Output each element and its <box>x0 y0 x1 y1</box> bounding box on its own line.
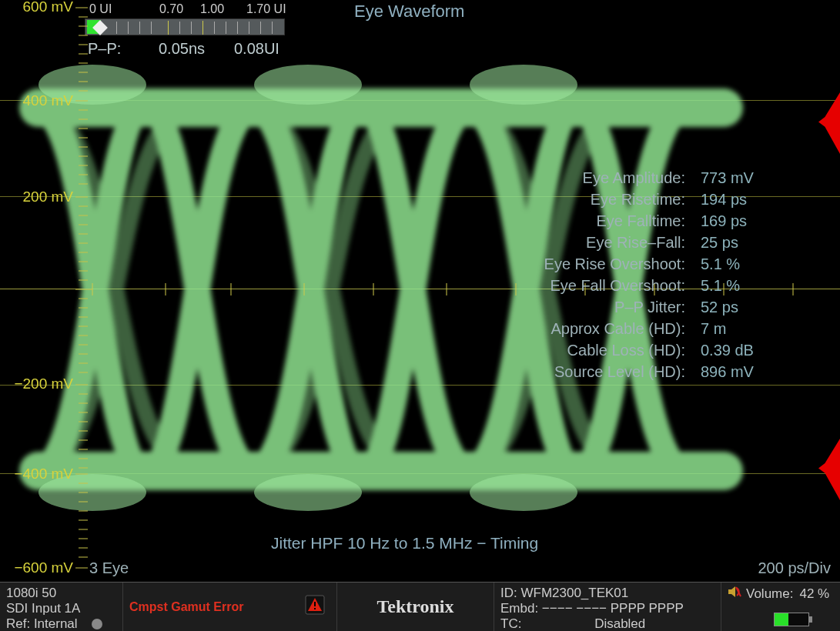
status-bar: 1080i 50 SDI Input 1A Ref: Internal Cmps… <box>0 582 840 631</box>
ylabel-p200: 200 mV <box>0 189 73 205</box>
meas-value: 5.1 % <box>701 255 740 273</box>
gamut-error-text: Cmpst Gamut Error <box>129 600 243 614</box>
slider-label-10: 1.00 <box>200 2 224 16</box>
status-id-cell: ID: WFM2300_TEK01 Embd: −−−− −−−− PPPP P… <box>494 583 721 631</box>
status-input: SDI Input 1A <box>6 601 116 616</box>
meas-label: Eye Fall Overshoot: <box>493 277 685 295</box>
ylabel-m600: −600 mV <box>0 559 73 576</box>
meas-label: Eye Rise Overshoot: <box>493 255 685 273</box>
slider-label-17: 1.70 UI <box>246 2 286 16</box>
ref-indicator-icon <box>92 619 102 629</box>
time-scale-label: 200 ps/Div <box>758 559 832 577</box>
meas-value: 169 ps <box>701 212 747 230</box>
status-alarm: Cmpst Gamut Error <box>123 583 337 631</box>
meas-label: Eye Rise–Fall: <box>493 234 685 252</box>
status-tc-val: Disabled <box>594 616 645 631</box>
waveform-display: /* minor ticks drawn below via JS */ <box>0 0 840 581</box>
brand-cell: Tektronix <box>337 583 494 631</box>
pp-ns: 0.05ns <box>159 40 205 58</box>
meas-value: 773 mV <box>701 169 754 187</box>
svg-rect-80 <box>314 602 316 606</box>
svg-point-1 <box>254 65 362 105</box>
status-tc-label: TC: <box>500 616 521 631</box>
meas-value: 194 ps <box>701 191 747 209</box>
page-title: Eye Waveform <box>354 2 464 22</box>
svg-rect-81 <box>314 608 316 609</box>
status-ref: Ref: Internal <box>6 616 78 631</box>
status-volume-cell: Volume: 42 % <box>721 583 840 631</box>
status-format: 1080i 50 SDI Input 1A Ref: Internal <box>0 583 123 631</box>
pp-ui: 0.08UI <box>234 40 279 58</box>
volume-label: Volume: <box>746 586 793 602</box>
status-id: ID: WFM2300_TEK01 <box>500 586 715 601</box>
jitter-slider[interactable] <box>85 18 285 35</box>
alarm-icon[interactable] <box>304 594 326 619</box>
volume-value: 42 % <box>799 586 829 602</box>
svg-point-4 <box>254 474 362 511</box>
meas-label: Eye Amplitude: <box>493 169 685 187</box>
status-format-fmt: 1080i 50 <box>6 586 116 601</box>
y-ticks <box>75 0 99 581</box>
meas-value: 52 ps <box>701 299 738 316</box>
meas-label: Eye Falltime: <box>493 212 685 230</box>
speaker-icon[interactable] <box>728 586 741 602</box>
status-embd: Embd: −−−− −−−− PPPP PPPP <box>500 601 715 616</box>
meas-value: 25 ps <box>701 234 738 252</box>
ylabel-p600: 600 mV <box>0 0 73 15</box>
ylabel-m200: −200 mV <box>0 376 73 392</box>
svg-point-5 <box>470 474 577 511</box>
jitter-filter-label: Jitter HPF 10 Hz to 1.5 MHz − Timing <box>271 534 538 553</box>
meas-label: Eye Risetime: <box>493 191 685 209</box>
ylabel-p400: 400 mV <box>0 92 73 109</box>
battery-fill <box>775 613 788 626</box>
battery-icon <box>774 613 809 626</box>
meas-value: 7 m <box>701 320 726 338</box>
slider-label-07: 0.70 <box>159 2 183 16</box>
svg-marker-82 <box>728 586 735 597</box>
meas-value: 5.1 % <box>701 277 740 295</box>
meas-value: 0.39 dB <box>701 342 754 359</box>
ylabel-m400: −400 mV <box>0 466 73 482</box>
meas-label: P–P Jitter: <box>493 299 685 316</box>
meas-label: Source Level (HD): <box>493 363 685 381</box>
brand-logo: Tektronix <box>376 596 453 617</box>
meas-value: 896 mV <box>701 363 754 381</box>
meas-label: Cable Loss (HD): <box>493 342 685 359</box>
svg-point-2 <box>470 65 577 105</box>
meas-label: Approx Cable (HD): <box>493 320 685 338</box>
